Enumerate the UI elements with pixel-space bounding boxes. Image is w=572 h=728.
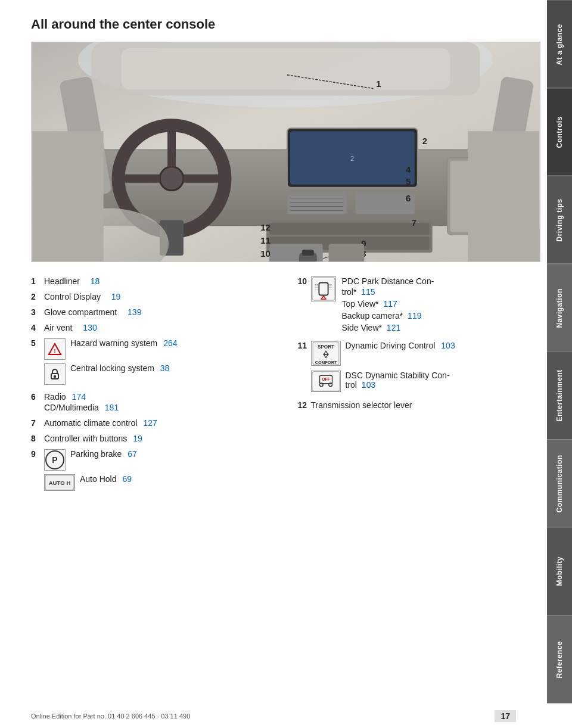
item-label: Radio	[44, 392, 66, 402]
item-number: 4	[31, 323, 44, 332]
item-page-link[interactable]: 130	[83, 323, 97, 332]
lock-icon	[44, 363, 66, 385]
page-number: 17	[495, 710, 516, 722]
item-content: SPORT COMFORT Dynamic Driving Control 10…	[311, 341, 541, 392]
list-item: 4 Air vent 130	[31, 323, 274, 332]
item-number: 3	[31, 307, 44, 317]
item-label: Controller with buttons	[44, 434, 127, 443]
item-number: 7	[31, 418, 44, 428]
svg-text:OFF: OFF	[322, 377, 329, 381]
svg-point-6	[160, 167, 184, 191]
svg-text:6: 6	[406, 194, 411, 203]
item-content: Transmission selector lever	[311, 400, 541, 410]
item-content: Air vent 130	[44, 323, 274, 332]
list-item: 1 Headliner 18	[31, 276, 274, 286]
item-page-link[interactable]: 19	[133, 434, 142, 443]
item-page-link[interactable]: 103	[362, 380, 375, 390]
list-item: 9 P Parking brake 67	[31, 449, 274, 491]
svg-text:1: 1	[376, 79, 381, 89]
item-page-link[interactable]: 121	[387, 323, 400, 332]
list-item: 2 Control Display 19	[31, 292, 274, 301]
item-page-link[interactable]: 117	[383, 299, 397, 309]
item-number: 6	[31, 392, 44, 402]
item-content: P Parking brake 67 AUTO H	[44, 449, 274, 491]
item-page-link[interactable]: 67	[128, 449, 137, 459]
list-item: 10	[298, 276, 541, 332]
item-page-link[interactable]: 103	[441, 341, 455, 350]
item-content: Control Display 19	[44, 292, 274, 301]
item-page-link[interactable]: 18	[91, 276, 100, 286]
svg-rect-53	[54, 375, 56, 378]
item-label: Hazard warning system	[70, 338, 157, 348]
hazard-icon: !	[44, 338, 66, 360]
list-item: 11 SPORT COMFORT	[298, 341, 541, 392]
item-page-link[interactable]: 119	[408, 311, 421, 321]
svg-text:10: 10	[260, 249, 271, 259]
svg-rect-39	[302, 250, 314, 256]
item-page-link[interactable]: 115	[361, 287, 375, 297]
list-item: 3 Glove compartment 139	[31, 307, 274, 317]
item-content: Controller with buttons 19	[44, 434, 274, 443]
item-page-link[interactable]: 69	[122, 474, 132, 484]
item-number: 1	[31, 276, 44, 286]
list-item: 7 Automatic climate control 127	[31, 418, 274, 428]
item-page-link[interactable]: 127	[143, 418, 157, 428]
svg-text:P: P	[52, 455, 57, 465]
svg-text:4: 4	[406, 165, 411, 175]
sidebar-tab-navigation[interactable]: Navigation	[547, 264, 572, 352]
item-page-link[interactable]: 19	[111, 292, 121, 301]
sidebar-tab-entertainment[interactable]: Entertainment	[547, 351, 572, 440]
item-label: DSC Dynamic Stability Con-	[346, 371, 450, 380]
item-page-link[interactable]: 174	[72, 392, 86, 402]
list-item: 6 Radio 174 CD/Multimedia 181	[31, 392, 274, 412]
svg-text:12: 12	[260, 223, 271, 232]
sidebar-tab-controls[interactable]: Controls	[547, 88, 572, 176]
svg-text:SPORT: SPORT	[317, 344, 334, 350]
item-label: trol	[346, 380, 357, 390]
svg-rect-21	[269, 223, 430, 235]
list-item: 12 Transmission selector lever	[298, 400, 541, 410]
auto-hold-icon: AUTO H	[44, 474, 75, 491]
svg-rect-14	[287, 194, 346, 214]
item-number: 8	[31, 434, 44, 443]
sidebar-tab-reference[interactable]: Reference	[547, 615, 572, 704]
page-title: All around the center console	[31, 17, 523, 32]
item-label: Transmission selector lever	[311, 400, 412, 410]
sport-comfort-icon: SPORT COMFORT	[311, 341, 341, 366]
item-text-lines: PDC Park Distance Con- trol* 115 Top Vie…	[342, 276, 434, 332]
svg-rect-49	[468, 131, 539, 262]
item-label: Parking brake	[70, 449, 122, 459]
item-label: Backup camera*	[342, 311, 403, 321]
item-number: 11	[298, 341, 311, 350]
item-label: Air vent	[44, 323, 72, 332]
item-label: trol*	[342, 287, 357, 297]
item-label: Automatic climate control	[44, 418, 137, 428]
item-label: Central locking system	[70, 363, 154, 373]
item-number: 5	[31, 338, 44, 348]
item-page-link[interactable]: 181	[105, 403, 119, 412]
sidebar-tab-driving-tips[interactable]: Driving tips	[547, 176, 572, 264]
svg-text:!: !	[323, 297, 324, 299]
svg-rect-37	[329, 244, 365, 262]
item-page-link[interactable]: 38	[160, 363, 170, 373]
item-number: 9	[31, 449, 44, 459]
item-number: 12	[298, 400, 311, 410]
item-page-link[interactable]: 264	[163, 338, 177, 348]
item-label: Dynamic Driving Control	[346, 341, 436, 350]
item-number: 10	[298, 276, 311, 286]
item-sub-label: CD/Multimedia	[44, 403, 99, 412]
item-label: Top View*	[342, 299, 379, 309]
item-label: PDC Park Distance Con-	[342, 276, 434, 286]
list-item: 5 ! Hazard warning system 264	[31, 338, 274, 385]
svg-text:AUTO H: AUTO H	[49, 480, 71, 486]
item-label: Auto Hold	[80, 474, 116, 484]
sidebar-tab-communication[interactable]: Communication	[547, 440, 572, 528]
item-content: Automatic climate control 127	[44, 418, 274, 428]
item-label: Headliner	[44, 276, 80, 286]
item-page-link[interactable]: 139	[128, 307, 141, 317]
dsc-off-icon: OFF	[311, 371, 341, 392]
sidebar-tab-at-a-glance[interactable]: At a glance	[547, 0, 572, 88]
footer: Online Edition for Part no. 01 40 2 606 …	[0, 710, 547, 722]
sidebar-tab-mobility[interactable]: Mobility	[547, 527, 572, 615]
svg-text:2: 2	[350, 155, 354, 162]
